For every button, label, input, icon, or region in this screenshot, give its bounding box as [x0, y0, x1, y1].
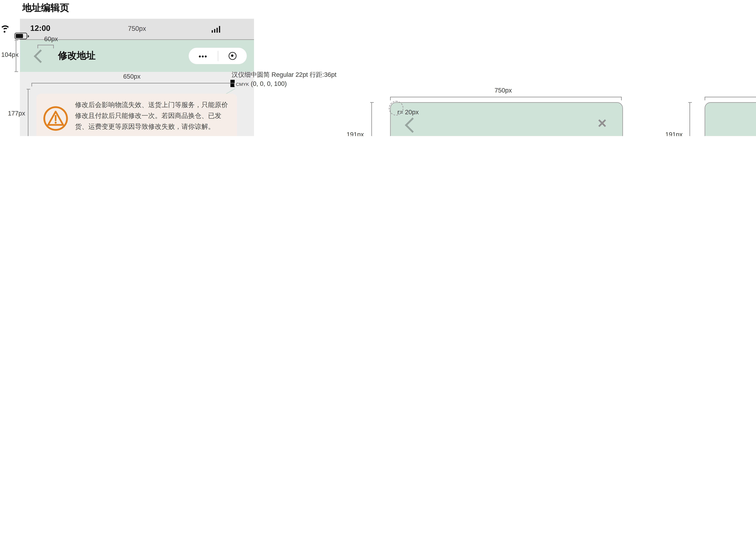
measure-191px-bracket [371, 102, 372, 136]
measure-60px: 60px [44, 35, 58, 42]
right-phone: ✕ 地址变更 设定为默认地址 汉仪正圆 65简 31pt 行距:36pt CMY… [705, 102, 756, 136]
measure-191px-bracket [689, 102, 690, 136]
measure-750px-line [390, 97, 622, 97]
measure-104px-bracket [16, 40, 16, 72]
nav-header: 修改地址 ••• [20, 40, 254, 72]
warning-banner: 修改后会影响物流失效、送货上门等服务，只能原价修改且付款后只能修改一次。若因商品… [36, 94, 237, 136]
measure-650px: 650px [91, 73, 173, 80]
signal-icon [211, 26, 220, 33]
modal-header: ✕ 新增收货地址 [391, 103, 622, 136]
measure-650px-line [31, 83, 235, 83]
warning-text: 修改后会影响物流失效、送货上门等服务，只能原价修改且付款后只能修改一次。若因商品… [75, 100, 231, 132]
back-chevron-icon[interactable] [34, 49, 47, 63]
page-title: 地址编辑页 [22, 2, 69, 15]
nav-title: 修改地址 [58, 50, 96, 62]
miniprogram-capsule[interactable]: ••• [189, 48, 247, 64]
modal-header: ✕ 地址变更 [705, 103, 756, 136]
close-icon[interactable]: ✕ [597, 116, 607, 131]
measure-191px: 191px [347, 131, 364, 136]
design-canvas: 地址编辑页 12:00 750px 修改地址 ••• 60px 104px 汉仪… [0, 0, 756, 136]
more-dots-icon[interactable]: ••• [189, 52, 217, 60]
measure-750px-line [705, 97, 756, 97]
middle-phone: ✕ 新增收货地址 r= 20px 设定为默认地址 汉仪正圆 65简 31pt 行… [390, 102, 623, 136]
measure-177px: 177px [8, 110, 25, 117]
warning-icon [42, 105, 69, 132]
measure-750px: 750px [449, 87, 558, 94]
exit-target-icon[interactable] [218, 52, 247, 60]
wifi-icon [0, 25, 9, 33]
battery-icon [15, 33, 27, 39]
measure-191px: 191px [665, 131, 683, 136]
measure-radius: r= 20px [397, 108, 419, 116]
font-note-regular22: 汉仪细中圆简 Regular 22pt 行距:36pt [232, 71, 336, 79]
color-note-cmyk: CMYK (0, 0, 0, 100) [230, 80, 287, 87]
measure-177px-bracket [28, 89, 28, 136]
back-chevron-icon[interactable] [405, 118, 420, 133]
measure-60px-bracket [37, 45, 54, 45]
